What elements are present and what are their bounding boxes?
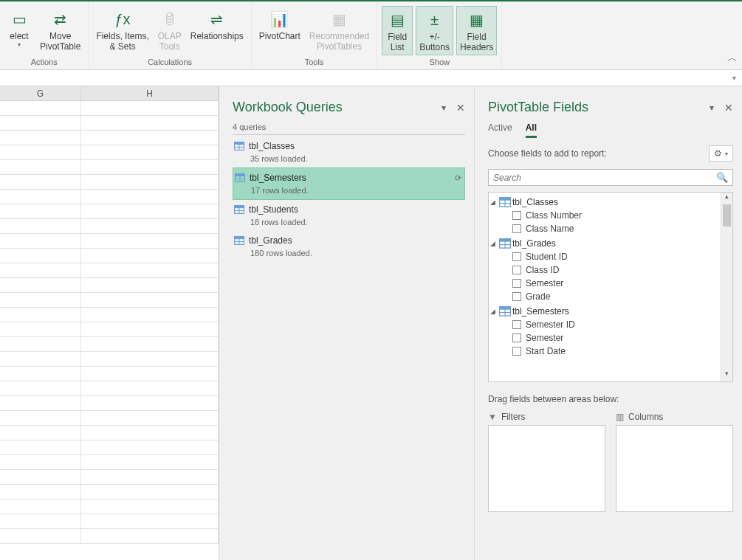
cell[interactable]: [0, 455, 81, 469]
scroll-thumb[interactable]: [723, 204, 731, 227]
cell[interactable]: [81, 160, 219, 174]
cell[interactable]: [81, 175, 219, 189]
table-header[interactable]: ◢tbl_Grades: [490, 237, 719, 250]
field-item[interactable]: Semester ID: [490, 318, 719, 331]
grid-row[interactable]: [0, 116, 219, 131]
search-box[interactable]: 🔍: [488, 169, 733, 186]
cell[interactable]: [0, 293, 81, 307]
cell[interactable]: [81, 367, 219, 381]
cell[interactable]: [81, 440, 219, 454]
field-item[interactable]: Semester: [490, 277, 719, 290]
field-list-button[interactable]: ▤ Field List: [382, 6, 413, 55]
field-checkbox[interactable]: [512, 347, 521, 356]
cell[interactable]: [0, 131, 81, 145]
cell[interactable]: [0, 514, 81, 528]
query-item[interactable]: tbl_Grades180 rows loaded.: [233, 231, 465, 262]
grid-row[interactable]: [0, 219, 219, 234]
field-item[interactable]: Student ID: [490, 250, 719, 263]
pivot-tools-button[interactable]: ⚙ ▾: [709, 145, 733, 162]
dropdown-icon[interactable]: ▾: [732, 74, 736, 82]
grid-row[interactable]: [0, 337, 219, 352]
grid-row[interactable]: [0, 249, 219, 263]
cell[interactable]: [81, 529, 219, 543]
cell[interactable]: [0, 175, 81, 189]
cell[interactable]: [0, 470, 81, 484]
cell[interactable]: [81, 249, 219, 263]
cell[interactable]: [0, 234, 81, 248]
select-button[interactable]: ▭ elect ▾: [4, 6, 34, 50]
pivotchart-button[interactable]: 📊 PivotChart: [256, 6, 303, 43]
field-list-scrollbar[interactable]: ▴ ▾: [721, 193, 732, 381]
field-item[interactable]: Semester: [490, 331, 719, 345]
grid-row[interactable]: [0, 352, 219, 367]
grid-row[interactable]: [0, 455, 219, 470]
grid-row[interactable]: [0, 367, 219, 381]
tab-all[interactable]: All: [526, 122, 537, 138]
cell[interactable]: [81, 485, 219, 499]
field-headers-button[interactable]: ▦ Field Headers: [456, 6, 497, 55]
cell[interactable]: [81, 381, 219, 395]
cell[interactable]: [81, 234, 219, 248]
cell[interactable]: [81, 219, 219, 233]
fields-items-sets-button[interactable]: ƒx Fields, Items, & Sets: [93, 6, 151, 54]
grid-row[interactable]: [0, 426, 219, 440]
cell[interactable]: [0, 322, 81, 336]
field-checkbox[interactable]: [512, 252, 521, 261]
cell[interactable]: [0, 219, 81, 233]
cell[interactable]: [0, 116, 81, 130]
plus-minus-buttons-button[interactable]: ± +/- Buttons: [416, 6, 453, 55]
cell[interactable]: [81, 499, 219, 514]
grid-row[interactable]: [0, 499, 219, 514]
field-item[interactable]: Class ID: [490, 263, 719, 277]
column-header-h[interactable]: H: [81, 86, 219, 100]
cell[interactable]: [81, 470, 219, 484]
grid-row[interactable]: [0, 204, 219, 219]
grid-row[interactable]: [0, 145, 219, 160]
cell[interactable]: [0, 204, 81, 218]
expand-icon[interactable]: ◢: [490, 308, 498, 315]
field-item[interactable]: Grade: [490, 290, 719, 303]
field-checkbox[interactable]: [512, 224, 521, 233]
refresh-icon[interactable]: ⟳: [455, 173, 461, 183]
cell[interactable]: [0, 352, 81, 366]
cell[interactable]: [81, 278, 219, 292]
grid-row[interactable]: [0, 396, 219, 411]
cell[interactable]: [81, 293, 219, 307]
table-header[interactable]: ◢tbl_Classes: [490, 196, 719, 209]
cell[interactable]: [0, 160, 81, 174]
grid-body[interactable]: [0, 101, 219, 560]
field-checkbox[interactable]: [512, 292, 521, 301]
cell[interactable]: [0, 249, 81, 263]
cell[interactable]: [81, 352, 219, 366]
field-item[interactable]: Class Name: [490, 222, 719, 235]
grid-row[interactable]: [0, 440, 219, 455]
cell[interactable]: [0, 411, 81, 425]
query-item[interactable]: tbl_Classes35 rows loaded.: [233, 136, 465, 167]
grid-row[interactable]: [0, 514, 219, 529]
columns-dropzone[interactable]: [616, 425, 733, 512]
grid-row[interactable]: [0, 101, 219, 116]
cell[interactable]: [81, 514, 219, 528]
grid-row[interactable]: [0, 411, 219, 426]
move-pivottable-button[interactable]: ⇄ Move PivotTable: [37, 6, 83, 54]
cell[interactable]: [0, 499, 81, 514]
spreadsheet[interactable]: G H: [0, 86, 219, 560]
cell[interactable]: [81, 411, 219, 425]
ribbon-collapse[interactable]: ︿: [723, 1, 742, 69]
grid-row[interactable]: [0, 293, 219, 308]
cell[interactable]: [0, 337, 81, 351]
cell[interactable]: [0, 381, 81, 395]
filters-dropzone[interactable]: [488, 425, 605, 512]
cell[interactable]: [0, 190, 81, 204]
cell[interactable]: [81, 263, 219, 277]
cell[interactable]: [81, 337, 219, 351]
query-item[interactable]: tbl_Students18 rows loaded.: [233, 200, 465, 231]
cell[interactable]: [81, 308, 219, 322]
cell[interactable]: [81, 322, 219, 336]
grid-row[interactable]: [0, 322, 219, 337]
grid-row[interactable]: [0, 278, 219, 293]
grid-row[interactable]: [0, 190, 219, 204]
cell[interactable]: [81, 455, 219, 469]
tab-active[interactable]: Active: [488, 122, 512, 138]
scroll-down-icon[interactable]: ▾: [721, 370, 732, 381]
